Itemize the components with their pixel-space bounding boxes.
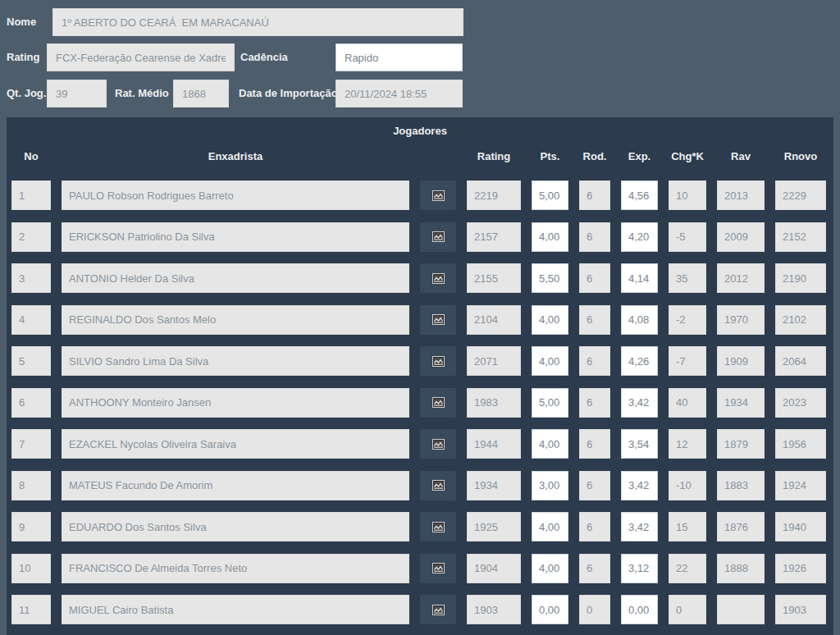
player-number-input[interactable] [11,554,51,583]
player-exp-input[interactable] [621,595,658,624]
player-pts-input[interactable] [532,222,568,252]
player-number-input[interactable] [11,595,51,624]
player-number-input[interactable] [11,305,51,335]
player-chart-button[interactable] [420,554,456,583]
player-pts-input[interactable] [532,180,568,210]
player-chart-button[interactable] [420,305,456,335]
player-chgk-input[interactable] [669,554,706,583]
player-chgk-input[interactable] [669,388,706,418]
player-pts-input[interactable] [532,305,568,335]
qt-jog-input[interactable] [47,80,107,107]
player-chgk-input[interactable] [669,222,706,252]
player-chart-button[interactable] [420,471,456,500]
player-pts-input[interactable] [532,471,568,500]
player-exp-input[interactable] [621,180,658,210]
player-chart-button[interactable] [420,222,456,252]
player-rnovo-input[interactable] [775,222,826,252]
player-rod-input[interactable] [579,180,610,210]
player-rav-input[interactable] [717,263,765,293]
player-rating-input[interactable] [467,595,521,624]
rating-federation-input[interactable] [47,43,235,71]
player-rnovo-input[interactable] [775,388,826,418]
player-rav-input[interactable] [717,512,765,541]
player-rod-input[interactable] [579,305,610,335]
player-name-input[interactable] [62,595,409,624]
player-name-input[interactable] [62,554,409,583]
player-rod-input[interactable] [579,346,610,376]
player-chgk-input[interactable] [669,346,706,376]
player-number-input[interactable] [11,388,51,418]
player-rod-input[interactable] [579,471,610,500]
player-chart-button[interactable] [420,388,456,418]
player-pts-input[interactable] [532,388,568,418]
player-name-input[interactable] [62,429,409,459]
player-rating-input[interactable] [467,429,521,459]
player-name-input[interactable] [62,512,409,541]
player-rod-input[interactable] [579,554,610,583]
player-chgk-input[interactable] [669,263,706,293]
player-number-input[interactable] [11,222,51,252]
player-exp-input[interactable] [621,263,658,293]
player-exp-input[interactable] [621,346,658,376]
player-rnovo-input[interactable] [775,429,826,459]
player-chart-button[interactable] [420,429,456,459]
player-rav-input[interactable] [717,595,765,624]
player-rod-input[interactable] [579,222,610,252]
player-rating-input[interactable] [467,388,521,418]
player-exp-input[interactable] [621,305,658,335]
player-rav-input[interactable] [717,346,765,376]
player-chgk-input[interactable] [669,305,706,335]
player-number-input[interactable] [11,180,51,210]
player-pts-input[interactable] [532,554,568,583]
player-chgk-input[interactable] [669,595,706,624]
player-pts-input[interactable] [532,595,568,624]
player-name-input[interactable] [62,388,409,418]
player-rnovo-input[interactable] [775,346,826,376]
player-chart-button[interactable] [420,346,456,376]
player-name-input[interactable] [62,180,409,210]
player-rod-input[interactable] [579,429,610,459]
player-chart-button[interactable] [420,595,456,624]
player-chart-button[interactable] [420,263,456,293]
player-rating-input[interactable] [467,305,521,335]
player-number-input[interactable] [11,471,51,500]
nome-input[interactable] [52,8,463,36]
player-rav-input[interactable] [717,222,765,252]
player-rnovo-input[interactable] [775,263,826,293]
player-pts-input[interactable] [532,346,568,376]
player-exp-input[interactable] [621,512,658,541]
player-pts-input[interactable] [532,512,568,541]
player-rating-input[interactable] [467,346,521,376]
player-rating-input[interactable] [467,222,521,252]
player-rnovo-input[interactable] [775,512,826,541]
data-importacao-input[interactable] [336,80,463,107]
player-exp-input[interactable] [621,554,658,583]
player-exp-input[interactable] [621,471,658,500]
player-pts-input[interactable] [532,429,568,459]
player-chgk-input[interactable] [669,512,706,541]
player-name-input[interactable] [62,222,409,252]
player-rnovo-input[interactable] [775,305,826,335]
player-number-input[interactable] [11,263,51,293]
player-rav-input[interactable] [717,471,765,500]
player-chgk-input[interactable] [669,429,706,459]
player-rod-input[interactable] [579,263,610,293]
player-chgk-input[interactable] [669,180,706,210]
player-rod-input[interactable] [579,595,610,624]
player-pts-input[interactable] [532,263,568,293]
player-name-input[interactable] [62,305,409,335]
player-rnovo-input[interactable] [775,180,826,210]
player-number-input[interactable] [11,512,51,541]
player-chart-button[interactable] [420,512,456,541]
player-number-input[interactable] [11,346,51,376]
player-rod-input[interactable] [579,388,610,418]
player-exp-input[interactable] [621,222,658,252]
player-name-input[interactable] [62,471,409,500]
player-name-input[interactable] [62,346,409,376]
player-exp-input[interactable] [621,388,658,418]
player-rav-input[interactable] [717,180,765,210]
rat-medio-input[interactable] [173,80,229,107]
player-rating-input[interactable] [467,180,521,210]
player-rnovo-input[interactable] [775,554,826,583]
player-number-input[interactable] [11,429,51,459]
